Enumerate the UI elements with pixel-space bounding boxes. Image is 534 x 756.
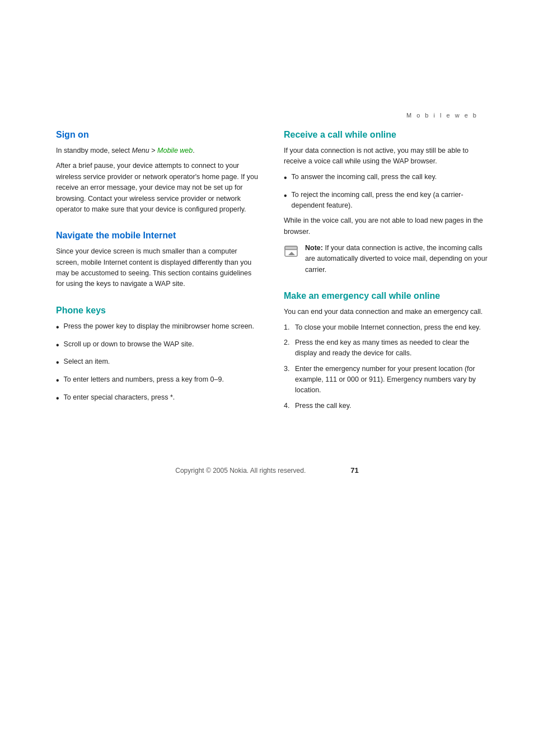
list-item: 4.Press the call key.: [284, 401, 489, 411]
note-icon: [284, 244, 299, 260]
list-item: To enter special characters, press *.: [56, 392, 261, 406]
note-label: Note:: [305, 244, 323, 252]
list-item: To enter letters and numbers, press a ke…: [56, 374, 261, 388]
emergency-call-paragraph1: You can end your data connection and mak…: [284, 307, 489, 317]
receive-call-paragraph2: While in the voice call, you are not abl…: [284, 215, 489, 237]
left-column: Sign on In standby mode, select Menu > M…: [56, 130, 261, 427]
navigate-title: Navigate the mobile Internet: [56, 231, 261, 241]
sign-on-section: Sign on In standby mode, select Menu > M…: [56, 130, 261, 215]
sign-on-title: Sign on: [56, 130, 261, 140]
emergency-call-body: You can end your data connection and mak…: [284, 307, 489, 411]
receive-call-list: To answer the incoming call, press the c…: [284, 172, 489, 212]
list-item: Scroll up or down to browse the WAP site…: [56, 339, 261, 353]
sign-on-p1-sep: >: [149, 147, 157, 154]
footer-copyright: Copyright © 2005 Nokia. All rights reser…: [175, 467, 306, 475]
svg-marker-2: [288, 252, 295, 255]
sign-on-p1-suffix: .: [193, 147, 194, 154]
phone-keys-list: Press the power key to display the minib…: [56, 321, 261, 406]
sign-on-paragraph2: After a brief pause, your device attempt…: [56, 161, 261, 215]
receive-call-paragraph1: If your data connection is not active, y…: [284, 145, 489, 167]
receive-call-body: If your data connection is not active, y…: [284, 145, 489, 275]
section-label: M o b i l e w e b: [406, 112, 478, 119]
sign-on-body: In standby mode, select Menu > Mobile we…: [56, 145, 261, 215]
content-area: Sign on In standby mode, select Menu > M…: [0, 124, 534, 449]
navigate-body: Since your device screen is much smaller…: [56, 246, 261, 290]
page-header: M o b i l e w e b: [0, 0, 534, 124]
receive-call-title: Receive a call while online: [284, 130, 489, 140]
sign-on-link: Mobile web: [157, 147, 193, 154]
note-text: Note: If your data connection is active,…: [305, 243, 489, 275]
emergency-steps-list: 1.To close your mobile Internet connecti…: [284, 322, 489, 412]
sign-on-paragraph1: In standby mode, select Menu > Mobile we…: [56, 145, 261, 156]
sign-on-menu-text: Menu: [132, 147, 149, 154]
emergency-call-section: Make an emergency call while online You …: [284, 291, 489, 411]
emergency-call-title: Make an emergency call while online: [284, 291, 489, 301]
list-item: Select an item.: [56, 356, 261, 370]
receive-call-section: Receive a call while online If your data…: [284, 130, 489, 275]
phone-keys-body: Press the power key to display the minib…: [56, 321, 261, 406]
right-column: Receive a call while online If your data…: [284, 130, 489, 427]
svg-rect-1: [285, 246, 297, 250]
footer-page-number: 71: [350, 466, 358, 475]
list-item: To reject the incoming call, press the e…: [284, 190, 489, 212]
list-item: To answer the incoming call, press the c…: [284, 172, 489, 185]
phone-keys-section: Phone keys Press the power key to displa…: [56, 306, 261, 406]
list-item: Press the power key to display the minib…: [56, 321, 261, 335]
note-box: Note: If your data connection is active,…: [284, 243, 489, 275]
list-item: 1.To close your mobile Internet connecti…: [284, 322, 489, 333]
note-body: If your data connection is active, the i…: [305, 244, 488, 274]
page-footer: Copyright © 2005 Nokia. All rights reser…: [0, 449, 534, 486]
navigate-section: Navigate the mobile Internet Since your …: [56, 231, 261, 290]
navigate-paragraph1: Since your device screen is much smaller…: [56, 246, 261, 290]
phone-keys-title: Phone keys: [56, 306, 261, 316]
list-item: 3.Enter the emergency number for your pr…: [284, 364, 489, 396]
list-item: 2.Press the end key as many times as nee…: [284, 337, 489, 359]
sign-on-p1-prefix: In standby mode, select: [56, 147, 132, 154]
page-container: M o b i l e w e b Sign on In standby mod…: [0, 0, 534, 756]
